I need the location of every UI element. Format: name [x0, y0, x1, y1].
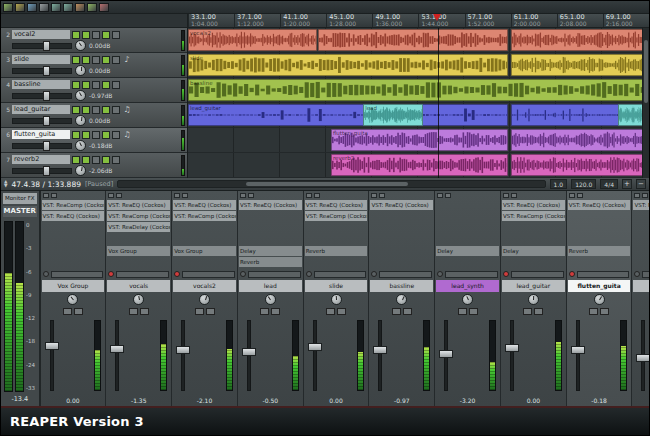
record-arm-button[interactable]: [306, 271, 312, 277]
fx-button[interactable]: [102, 56, 110, 64]
pan-knob[interactable]: [594, 294, 605, 305]
mixer-strip[interactable]: VST: ReaComp (Cockos)VST: ReaEQ (Cockos)…: [41, 191, 107, 406]
record-arm-button[interactable]: [174, 271, 180, 277]
solo-button[interactable]: [337, 308, 346, 315]
record-arm-button[interactable]: [371, 271, 377, 277]
ruler-cell[interactable]: 41.1.001:20.000: [280, 14, 326, 27]
route-icon[interactable]: [240, 193, 246, 198]
pan-knob[interactable]: [133, 294, 144, 305]
fader-handle[interactable]: [110, 345, 124, 353]
io-button[interactable]: [577, 271, 630, 278]
record-arm-button[interactable]: [634, 271, 640, 277]
solo-button[interactable]: [92, 31, 100, 39]
record-arm-button[interactable]: [503, 271, 509, 277]
fx-slot[interactable]: VST: ReaVoice (Cockos): [633, 200, 649, 210]
media-item[interactable]: [511, 29, 649, 51]
fader-handle[interactable]: [373, 346, 387, 354]
media-item[interactable]: lead_guitar: [188, 104, 508, 126]
project-settings-icon[interactable]: [39, 3, 49, 12]
strip-name[interactable]: slide: [305, 280, 368, 292]
track-name-field[interactable]: slide: [12, 55, 70, 64]
fx-button[interactable]: [102, 131, 110, 139]
fx-slot[interactable]: VST: ReaComp (Cockos): [42, 200, 105, 210]
pan-knob[interactable]: [396, 294, 407, 305]
mute-button[interactable]: [523, 308, 532, 315]
fx-slot[interactable]: VST: ReaEQ (Cockos): [370, 200, 433, 210]
record-arm-button[interactable]: [72, 81, 80, 89]
zoom-out-icon[interactable]: −: [636, 179, 646, 189]
fader-handle[interactable]: [439, 350, 453, 358]
media-item[interactable]: lead: [363, 104, 423, 126]
record-arm-button[interactable]: [72, 56, 80, 64]
track-volume-fader-handle[interactable]: [43, 91, 50, 101]
env-button[interactable]: [112, 131, 120, 139]
new-project-icon[interactable]: [3, 3, 13, 12]
track-volume-fader[interactable]: [12, 93, 72, 99]
fx-enable-icon[interactable]: [51, 193, 57, 198]
solo-button[interactable]: [600, 308, 609, 315]
fx-button[interactable]: [102, 81, 110, 89]
redo-icon[interactable]: [63, 3, 73, 12]
env-button[interactable]: [112, 106, 120, 114]
route-icon[interactable]: [503, 193, 509, 198]
record-arm-button[interactable]: [72, 131, 80, 139]
mute-button[interactable]: [458, 308, 467, 315]
solo-button[interactable]: [92, 156, 100, 164]
ruler-cell[interactable]: 49.1.001:36.000: [372, 14, 418, 27]
vertical-scrollbar-handle[interactable]: [644, 40, 648, 103]
media-item[interactable]: [318, 29, 508, 51]
solo-button[interactable]: [140, 308, 149, 315]
open-project-icon[interactable]: [15, 3, 25, 12]
fx-slot[interactable]: VST: ReaComp (Cockos): [305, 211, 368, 221]
ruler-cell[interactable]: 37.1.001:12.000: [234, 14, 280, 27]
mute-button[interactable]: [63, 308, 72, 315]
ruler-cell[interactable]: 33.1.001:04.000: [188, 14, 234, 27]
ruler-cell[interactable]: 61.1.002:00.000: [511, 14, 557, 27]
volume-fader[interactable]: [173, 318, 236, 393]
horizontal-scrollbar[interactable]: [117, 180, 545, 188]
send-slot[interactable]: Delay: [436, 246, 499, 256]
metronome-icon[interactable]: [75, 3, 85, 12]
pan-knob[interactable]: [199, 294, 210, 305]
io-button[interactable]: [182, 271, 235, 278]
media-item[interactable]: slide: [188, 54, 508, 76]
fx-slot[interactable]: VST: ReaDelay (Cockos): [107, 222, 170, 232]
mixer-strip[interactable]: VST: ReaEQ (Cockos)VST: ReaComp (Cockos)…: [172, 191, 238, 406]
track-volume-fader[interactable]: [12, 68, 72, 74]
track-pan-knob[interactable]: [75, 140, 86, 151]
media-item[interactable]: bassline: [188, 79, 649, 101]
track-volume-fader-handle[interactable]: [43, 41, 50, 51]
fader-handle[interactable]: [636, 354, 649, 362]
track-panel[interactable]: 2vocal20.00dB: [1, 28, 187, 53]
fader-handle[interactable]: [571, 346, 585, 354]
playrate-box[interactable]: 1.0: [550, 179, 568, 189]
ruler-cell[interactable]: 57.1.001:52.000: [465, 14, 511, 27]
strip-name[interactable]: flutten_guita: [568, 280, 631, 292]
solo-button[interactable]: [271, 308, 280, 315]
track-volume-fader[interactable]: [12, 118, 72, 124]
volume-fader[interactable]: [239, 318, 302, 393]
fader-handle[interactable]: [176, 346, 190, 354]
route-icon[interactable]: [634, 193, 640, 198]
io-button[interactable]: [51, 271, 104, 278]
track-panel[interactable]: 3slide♪0.00dB: [1, 53, 187, 78]
send-slot[interactable]: Vox Group: [173, 246, 236, 256]
send-slot[interactable]: Delay: [239, 246, 302, 256]
track-pan-knob[interactable]: [75, 65, 86, 76]
ruler-cell[interactable]: 45.1.001:28.000: [326, 14, 372, 27]
strip-name[interactable]: vocals2: [173, 280, 236, 292]
send-slot[interactable]: Reverb: [568, 246, 631, 256]
mixer-strip[interactable]: VST: ReaEQ (Cockos)Reverbflutten_guita-0…: [567, 191, 633, 406]
route-icon[interactable]: [306, 193, 312, 198]
fx-enable-icon[interactable]: [445, 193, 451, 198]
media-item[interactable]: flutten_guita: [331, 129, 508, 151]
master-fx-slot[interactable]: Monitor FX: [3, 193, 37, 204]
record-arm-button[interactable]: [72, 106, 80, 114]
route-icon[interactable]: [174, 193, 180, 198]
solo-button[interactable]: [92, 56, 100, 64]
record-arm-button[interactable]: [72, 31, 80, 39]
solo-button[interactable]: [534, 308, 543, 315]
ruler-cell[interactable]: 65.1.002:08.000: [557, 14, 603, 27]
fx-enable-icon[interactable]: [642, 193, 648, 198]
track-pan-knob[interactable]: [75, 90, 86, 101]
